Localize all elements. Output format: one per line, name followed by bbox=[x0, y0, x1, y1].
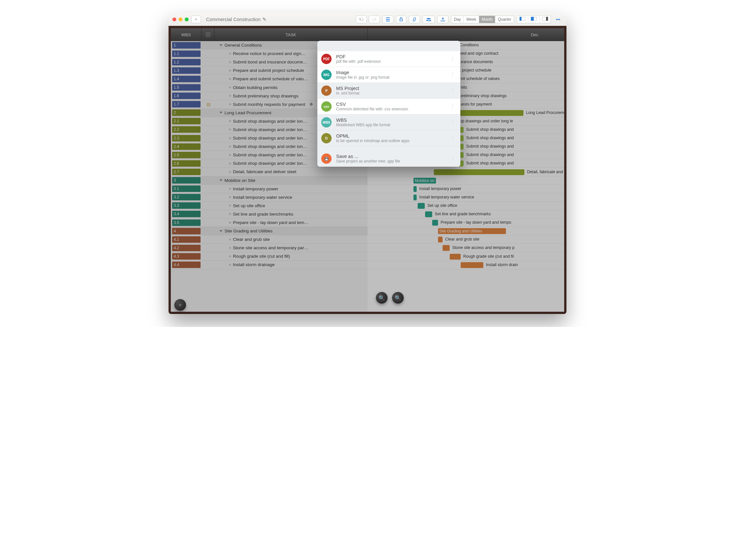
disclosure-triangle-icon[interactable] bbox=[219, 112, 223, 114]
gantt-bar[interactable] bbox=[432, 220, 438, 226]
wbs-cell: 1.3 bbox=[172, 67, 201, 74]
zoom-window-button[interactable] bbox=[185, 17, 189, 21]
gantt-bar[interactable]: Site Grading and Utilities bbox=[438, 228, 506, 234]
task-row[interactable]: 4.3Rough grade site (cut and fill) bbox=[171, 252, 367, 261]
share-button[interactable] bbox=[422, 16, 435, 23]
redo-button[interactable] bbox=[369, 16, 380, 23]
bullet-icon bbox=[229, 162, 231, 164]
export-wbs-subtitle: Mobilinked WBS app file format bbox=[336, 123, 447, 127]
gantt-bar-label: Long Lead Procurement bbox=[526, 110, 564, 115]
gantt-bar[interactable] bbox=[434, 169, 524, 175]
chevron-right-icon: 〉 bbox=[451, 119, 456, 126]
export-button[interactable] bbox=[437, 16, 448, 23]
export-opml[interactable]: OOPMLto be opened in mindmap and outline… bbox=[318, 130, 460, 146]
gantt-bar[interactable] bbox=[442, 245, 450, 251]
task-row[interactable]: 4Site Grading and Utilities bbox=[171, 227, 367, 235]
disclosure-triangle-icon[interactable] bbox=[219, 179, 223, 181]
export-csv[interactable]: csvCSVCommon delimited file with .csv ex… bbox=[318, 99, 460, 115]
task-name-cell: Site Grading and Utilities bbox=[214, 229, 367, 233]
task-name-text: Receive notice to proceed and sign… bbox=[233, 51, 306, 56]
svg-rect-8 bbox=[546, 17, 548, 21]
task-row[interactable]: 3Mobilize on Site bbox=[171, 176, 367, 185]
disclosure-triangle-icon[interactable] bbox=[219, 44, 223, 46]
gantt-bar[interactable] bbox=[438, 237, 442, 242]
timescale-week[interactable]: Week bbox=[463, 16, 479, 23]
gantt-bar[interactable] bbox=[461, 262, 483, 268]
layout-right[interactable] bbox=[540, 16, 551, 23]
export-pdf[interactable]: PDFPDFpdf file with .pdf extension〉 bbox=[318, 51, 460, 67]
more-button[interactable]: ••• bbox=[553, 17, 562, 22]
task-name-text: Install temporary water service bbox=[233, 195, 292, 200]
gantt-bar-label: t project schedule bbox=[460, 68, 491, 73]
gantt-bar-label: Submit shop drawings and bbox=[466, 127, 514, 132]
task-row[interactable]: 4.2Stone site access and temporary par… bbox=[171, 244, 367, 252]
layout-left[interactable] bbox=[517, 16, 528, 23]
timescale-segment: DayWeekMonthQuarter bbox=[451, 16, 514, 23]
add-button[interactable]: ＋ bbox=[191, 16, 201, 23]
task-row[interactable]: 2.7Detail, fabricate and deliver steel bbox=[171, 168, 367, 176]
bullet-icon bbox=[229, 86, 231, 88]
layout-split[interactable] bbox=[528, 16, 540, 23]
task-name-text: Set line and grade benchmarks bbox=[233, 212, 294, 217]
outline-icon bbox=[385, 17, 390, 22]
close-window-button[interactable] bbox=[173, 17, 176, 21]
task-row[interactable]: 3.2Install temporary water service bbox=[171, 193, 367, 202]
outline-button[interactable] bbox=[382, 16, 393, 23]
task-row[interactable]: 4.1Clear and grub site bbox=[171, 235, 367, 244]
zoom-out-fab[interactable]: 🔍 bbox=[376, 292, 387, 304]
export-opml-icon: O bbox=[321, 133, 332, 143]
zoom-in-icon: 🔍 bbox=[395, 295, 401, 301]
wbs-cell: 1.4 bbox=[172, 76, 201, 82]
bullet-icon bbox=[229, 247, 231, 249]
gantt-bar[interactable] bbox=[450, 254, 461, 260]
task-row[interactable]: 3.3Set up site office bbox=[171, 202, 367, 210]
wbs-cell: 2.4 bbox=[172, 143, 201, 150]
export-opml-title: OPML bbox=[336, 133, 447, 139]
wbs-cell: 4.1 bbox=[172, 236, 201, 243]
task-row[interactable]: 3.5Prepare site - lay down yard and tem… bbox=[171, 218, 367, 227]
wbs-cell: 2.3 bbox=[172, 135, 201, 141]
task-name-text: Clear and grub site bbox=[233, 237, 270, 242]
gantt-bar-label: urance documents bbox=[460, 60, 493, 64]
gantt-bar[interactable] bbox=[413, 186, 417, 192]
column-header-task[interactable]: TASK bbox=[215, 28, 367, 41]
task-name-cell: Install storm drainage bbox=[214, 262, 367, 267]
lock-button[interactable] bbox=[396, 16, 406, 23]
task-row[interactable]: 4.4Install storm drainage bbox=[171, 261, 367, 269]
bullet-icon bbox=[229, 255, 231, 257]
minimize-window-button[interactable] bbox=[179, 17, 183, 21]
wbs-cell: 2.2 bbox=[172, 126, 201, 133]
gantt-bar[interactable] bbox=[425, 211, 432, 217]
column-header-note[interactable] bbox=[202, 28, 215, 41]
export-image[interactable]: IMGImageimage file in .jpg or .png forma… bbox=[318, 67, 460, 83]
note-cell: ▤ bbox=[203, 102, 214, 107]
task-row[interactable]: 3.4Set line and grade benchmarks bbox=[171, 210, 367, 218]
column-header-wbs[interactable]: WBS bbox=[171, 28, 202, 41]
export-wbs[interactable]: WBSWBSMobilinked WBS app file format〉 bbox=[318, 115, 460, 130]
undo-button[interactable] bbox=[356, 16, 367, 23]
task-name-text: Submit monthly requests for payment bbox=[233, 102, 306, 107]
timeline-header: Dec bbox=[367, 28, 564, 41]
gantt-bar-label: Conditions bbox=[460, 43, 479, 47]
add-task-fab[interactable]: ＋ bbox=[174, 299, 186, 311]
gantt-bar[interactable] bbox=[413, 195, 417, 200]
timescale-quarter[interactable]: Quarter bbox=[495, 16, 514, 23]
gantt-bar[interactable]: Mobilize on Site bbox=[413, 178, 436, 184]
timescale-month[interactable]: Month bbox=[479, 16, 495, 23]
export-msp[interactable]: PMS Projectin .xml format〉 bbox=[318, 83, 460, 99]
gantt-bar-label: Submit shop drawings and bbox=[466, 152, 514, 157]
bullet-icon bbox=[229, 239, 231, 241]
task-name-cell: Rough grade site (cut and fill) bbox=[214, 254, 367, 259]
gantt-bar-label: Submit shop drawings and bbox=[466, 144, 514, 149]
timescale-day[interactable]: Day bbox=[451, 16, 463, 23]
project-title[interactable]: Commercial Construction ✎ bbox=[204, 17, 269, 22]
bullet-icon bbox=[229, 188, 231, 190]
zoom-in-fab[interactable]: 🔍 bbox=[392, 292, 404, 304]
gantt-bar[interactable] bbox=[417, 203, 425, 209]
task-row[interactable]: 3.1Install temporary power bbox=[171, 185, 367, 193]
disclosure-triangle-icon[interactable] bbox=[219, 230, 223, 232]
project-title-text: Commercial Construction bbox=[206, 17, 261, 22]
link-button[interactable] bbox=[409, 16, 420, 23]
bullet-icon bbox=[229, 222, 231, 224]
export-save-as[interactable]: 💾Save as ...Save project as another new … bbox=[318, 151, 460, 167]
